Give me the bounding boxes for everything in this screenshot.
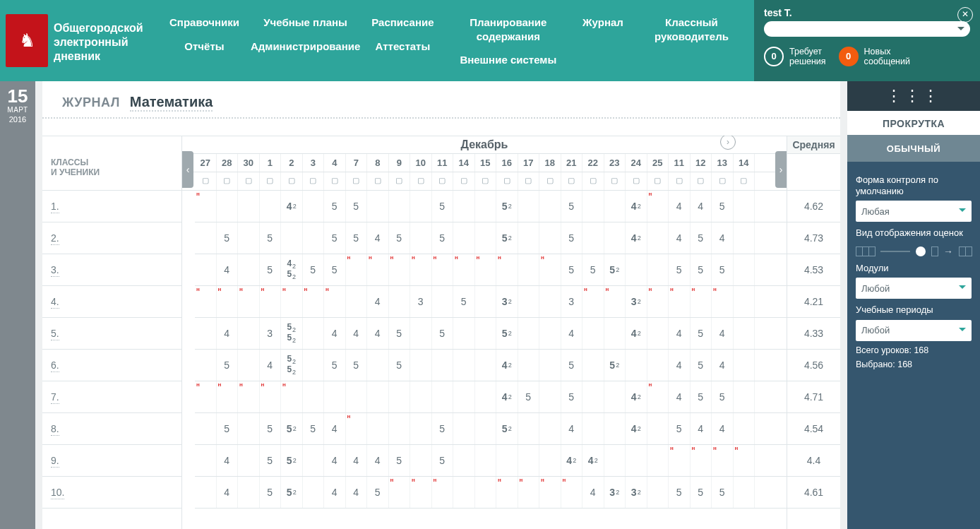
grade-cell[interactable]: н bbox=[647, 191, 669, 222]
grade-cell[interactable]: 4 bbox=[712, 350, 734, 381]
grade-cell[interactable]: 4 bbox=[367, 445, 389, 476]
grade-cell[interactable]: н bbox=[389, 477, 411, 508]
day-header[interactable]: 30 bbox=[238, 154, 260, 172]
grade-cell[interactable]: 5 bbox=[432, 413, 454, 444]
grade-cell[interactable]: 4 bbox=[669, 350, 691, 381]
day-header[interactable]: 9 bbox=[389, 154, 411, 172]
grade-cell[interactable]: 5 bbox=[260, 254, 282, 285]
grade-cell[interactable]: н bbox=[669, 286, 691, 317]
grade-cell[interactable]: 5 bbox=[260, 222, 282, 254]
grade-cell[interactable]: н bbox=[260, 286, 282, 317]
grade-cell[interactable] bbox=[539, 222, 561, 254]
grade-cell[interactable]: н bbox=[669, 445, 691, 476]
day-header[interactable]: 14 bbox=[453, 154, 475, 172]
lesson-icon[interactable]: ▢ bbox=[281, 172, 303, 190]
grade-cell[interactable] bbox=[475, 222, 497, 254]
grade-cell[interactable] bbox=[453, 413, 475, 444]
menu-reports[interactable]: Отчёты bbox=[169, 40, 239, 54]
lesson-icon[interactable]: ▢ bbox=[303, 172, 325, 190]
menu-external[interactable]: Внешние системы bbox=[446, 53, 572, 67]
grade-cell[interactable] bbox=[410, 413, 432, 444]
grade-cell[interactable] bbox=[453, 445, 475, 476]
lesson-icon[interactable]: ▢ bbox=[496, 172, 518, 190]
grade-cell[interactable] bbox=[604, 191, 626, 222]
scroll-right-icon[interactable]: › bbox=[775, 151, 787, 188]
grade-cell[interactable]: 5 bbox=[691, 350, 712, 381]
grade-cell[interactable]: 5 bbox=[561, 254, 583, 285]
grade-cell[interactable]: н bbox=[453, 254, 475, 285]
grade-cell[interactable]: 42 bbox=[582, 445, 604, 476]
grade-cell[interactable]: 4 bbox=[346, 445, 368, 476]
apps-grid-icon[interactable]: ⋮⋮⋮ bbox=[847, 81, 980, 111]
menu-references[interactable]: Справочники bbox=[169, 16, 239, 30]
grade-cell[interactable] bbox=[410, 222, 432, 254]
menu-certificates[interactable]: Аттестаты bbox=[371, 40, 434, 54]
grade-cell[interactable] bbox=[626, 254, 647, 285]
grade-cell[interactable]: н bbox=[647, 286, 669, 317]
grade-cell[interactable] bbox=[453, 381, 475, 412]
lesson-icon[interactable]: ▢ bbox=[626, 172, 647, 190]
grade-cell[interactable]: н bbox=[432, 477, 454, 508]
grade-cell[interactable]: 32 bbox=[626, 286, 647, 317]
grade-cell[interactable]: 4 bbox=[260, 350, 282, 381]
grade-cell[interactable] bbox=[195, 254, 217, 285]
grade-cell[interactable]: 4 bbox=[217, 254, 239, 285]
grade-cell[interactable]: н bbox=[734, 445, 755, 476]
grade-cell[interactable]: 42 bbox=[281, 191, 303, 222]
grade-cell[interactable] bbox=[238, 445, 260, 476]
grade-cell[interactable]: 52 bbox=[496, 191, 518, 222]
day-header[interactable]: 16 bbox=[496, 154, 518, 172]
grade-cell[interactable] bbox=[539, 445, 561, 476]
day-header[interactable]: 4 bbox=[324, 154, 346, 172]
grade-cell[interactable] bbox=[539, 350, 561, 381]
grade-cell[interactable]: 52 bbox=[604, 350, 626, 381]
grade-cell[interactable]: н bbox=[647, 381, 669, 412]
student-row[interactable]: 8. bbox=[42, 413, 181, 445]
grade-cell[interactable] bbox=[475, 413, 497, 444]
grade-cell[interactable]: н bbox=[475, 254, 497, 285]
grade-cell[interactable] bbox=[475, 286, 497, 317]
grade-cell[interactable]: н bbox=[346, 254, 368, 285]
grade-cell[interactable]: 52 bbox=[281, 413, 303, 444]
day-header[interactable]: 1 bbox=[260, 154, 282, 172]
student-row[interactable]: 9. bbox=[42, 445, 181, 477]
grade-cell[interactable] bbox=[324, 381, 346, 412]
menu-admin[interactable]: Администрирование bbox=[251, 40, 360, 54]
grade-cell[interactable]: 5252 bbox=[281, 318, 303, 349]
student-row[interactable]: 3. bbox=[42, 254, 181, 286]
grade-cell[interactable] bbox=[518, 318, 540, 349]
grade-cell[interactable] bbox=[303, 318, 325, 349]
grade-cell[interactable]: 3 bbox=[260, 318, 282, 349]
grade-cell[interactable] bbox=[453, 222, 475, 254]
grade-cell[interactable]: 3 bbox=[561, 286, 583, 317]
grade-cell[interactable] bbox=[604, 413, 626, 444]
lesson-icon[interactable]: ▢ bbox=[260, 172, 282, 190]
lesson-icon[interactable]: ▢ bbox=[432, 172, 454, 190]
lesson-icon[interactable]: ▢ bbox=[195, 172, 217, 190]
grade-cell[interactable]: 5 bbox=[712, 254, 734, 285]
grade-cell[interactable] bbox=[346, 381, 368, 412]
grade-cell[interactable]: 5 bbox=[712, 477, 734, 508]
grade-cell[interactable]: н bbox=[195, 191, 217, 222]
grade-cell[interactable]: 5 bbox=[561, 381, 583, 412]
grade-cell[interactable]: 5 bbox=[518, 381, 540, 412]
grade-cell[interactable]: н bbox=[260, 381, 282, 412]
grade-cell[interactable] bbox=[626, 350, 647, 381]
grade-cell[interactable]: н bbox=[238, 286, 260, 317]
grade-cell[interactable]: 42 bbox=[561, 445, 583, 476]
grade-cell[interactable]: 5 bbox=[691, 477, 712, 508]
grade-cell[interactable] bbox=[734, 350, 755, 381]
lesson-icon[interactable]: ▢ bbox=[475, 172, 497, 190]
grade-cell[interactable] bbox=[582, 413, 604, 444]
grade-cell[interactable] bbox=[453, 191, 475, 222]
grade-cell[interactable]: 32 bbox=[496, 286, 518, 317]
grade-cell[interactable]: 4 bbox=[324, 445, 346, 476]
grade-cell[interactable] bbox=[367, 413, 389, 444]
day-header[interactable]: 11 bbox=[432, 154, 454, 172]
grade-cell[interactable] bbox=[539, 191, 561, 222]
grade-cell[interactable]: н bbox=[367, 254, 389, 285]
grade-cell[interactable] bbox=[367, 350, 389, 381]
grade-cell[interactable] bbox=[238, 222, 260, 254]
grade-cell[interactable] bbox=[647, 222, 669, 254]
menu-journal[interactable]: Журнал bbox=[582, 16, 623, 30]
